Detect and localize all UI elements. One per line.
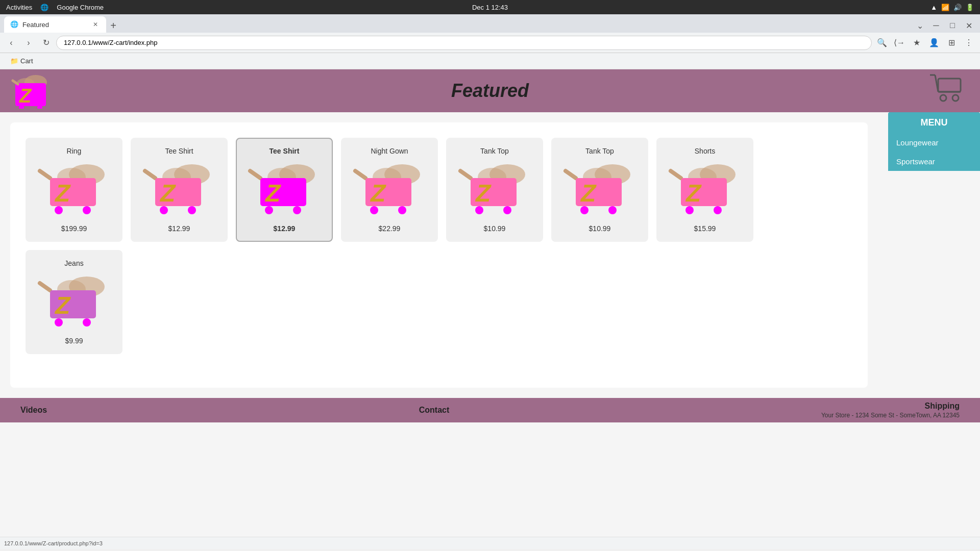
svg-point-47 <box>503 206 511 214</box>
product-card-tanktop1[interactable]: Tank Top Z $10.99 <box>446 138 543 242</box>
product-card-jeans[interactable]: Jeans Z $9.99 <box>26 250 122 354</box>
svg-point-32 <box>265 206 273 214</box>
svg-point-40 <box>398 206 406 214</box>
product-name-jeans: Jeans <box>64 259 83 267</box>
tab-end-controls: ⌄ ─ □ ✕ <box>913 18 976 33</box>
share-icon-btn[interactable]: ⟨→ <box>892 36 906 50</box>
minimize-button[interactable]: ─ <box>929 18 943 33</box>
active-tab[interactable]: 🌐 Featured ✕ <box>4 16 106 33</box>
tab-title: Featured <box>22 21 49 29</box>
product-price-tanktop2: $10.99 <box>589 224 611 233</box>
profile-icon-btn[interactable]: 👤 <box>927 36 941 50</box>
svg-text:Z: Z <box>685 180 702 207</box>
svg-text:Z: Z <box>370 180 386 207</box>
svg-text:Z: Z <box>54 180 71 207</box>
product-name-tee2: Tee Shirt <box>270 147 300 155</box>
bookmark-cart-label: Cart <box>20 57 33 65</box>
menu-sidebar: MENU Loungewear Sportswear <box>888 112 980 171</box>
menu-dots-btn[interactable]: ⋮ <box>962 36 976 50</box>
product-name-ring: Ring <box>67 147 82 155</box>
tab-bar: 🌐 Featured ✕ + ⌄ ─ □ ✕ <box>0 14 980 33</box>
address-bar-row: ‹ › ↻ 🔍 ⟨→ ★ 👤 ⊞ ⋮ <box>0 33 980 53</box>
product-img-tanktop2: Z <box>561 159 638 220</box>
footer-address: Your Store - 1234 Some St - SomeTown, AA… <box>821 412 960 419</box>
svg-point-61 <box>714 206 722 214</box>
product-card-tanktop2[interactable]: Tank Top Z $10.99 <box>551 138 648 242</box>
maximize-button[interactable]: □ <box>945 18 960 33</box>
reload-button[interactable]: ↻ <box>39 36 53 50</box>
os-bar-left: Activities 🌐 Google Chrome <box>6 4 104 11</box>
volume-icon: 🔊 <box>953 4 962 11</box>
chrome-favicon: 🌐 <box>40 4 48 11</box>
svg-rect-9 <box>938 79 961 92</box>
product-card-tee2[interactable]: Tee Shirt Z $12.99 <box>236 138 333 242</box>
svg-line-36 <box>355 171 365 178</box>
search-icon-btn[interactable]: 🔍 <box>875 36 889 50</box>
activities-label[interactable]: Activities <box>6 4 32 11</box>
product-card-shorts[interactable]: Shorts Z $15.99 <box>656 138 753 242</box>
address-input[interactable] <box>56 36 872 50</box>
header-cart-icon[interactable] <box>929 72 965 109</box>
product-card-tee1[interactable]: Tee Shirt Z $12.99 <box>131 138 228 242</box>
svg-point-54 <box>608 206 617 214</box>
product-img-tee2: Z <box>246 159 323 220</box>
site-title: Featured <box>451 80 529 102</box>
product-img-jeans: Z <box>36 271 112 333</box>
product-name-tee1: Tee Shirt <box>165 147 193 155</box>
product-name-nightgown: Night Gown <box>371 147 408 155</box>
product-name-tanktop1: Tank Top <box>480 147 509 155</box>
bookmarks-bar: 📁 Cart <box>0 53 980 69</box>
footer-shipping-link[interactable]: Shipping <box>925 402 960 411</box>
product-price-nightgown: $22.99 <box>379 224 401 233</box>
product-price-jeans: $9.99 <box>65 337 83 345</box>
product-price-tee2: $12.99 <box>274 224 296 233</box>
product-card-nightgown[interactable]: Night Gown Z $22.99 <box>341 138 438 242</box>
bookmark-cart[interactable]: 📁 Cart <box>6 55 37 67</box>
svg-point-68 <box>83 318 91 327</box>
svg-text:Z: Z <box>264 180 281 207</box>
menu-item-sportswear[interactable]: Sportswear <box>888 152 980 171</box>
svg-text:Z: Z <box>159 180 176 207</box>
products-grid: Ring Z $199.99 <box>26 138 852 354</box>
os-bar-center: Dec 1 12:43 <box>472 4 508 11</box>
forward-button[interactable]: › <box>21 36 36 50</box>
status-bar: 127.0.0.1/www/Z-cart/product.php?id=3 <box>0 537 980 549</box>
back-button[interactable]: ‹ <box>4 36 18 50</box>
products-container: Ring Z $199.99 <box>10 122 868 388</box>
svg-point-12 <box>952 95 959 101</box>
svg-point-39 <box>370 206 378 214</box>
product-img-nightgown: Z <box>351 159 428 220</box>
svg-point-18 <box>55 206 63 214</box>
extensions-btn[interactable]: ⊞ <box>944 36 959 50</box>
svg-text:Z: Z <box>54 292 71 319</box>
product-img-ring: Z <box>36 159 112 220</box>
svg-line-29 <box>250 171 260 178</box>
svg-line-50 <box>566 171 576 178</box>
close-window-button[interactable]: ✕ <box>962 18 976 33</box>
chrome-label: Google Chrome <box>57 4 104 11</box>
svg-line-43 <box>460 171 471 178</box>
bookmark-star-btn[interactable]: ★ <box>910 36 924 50</box>
wifi-icon: ▲ <box>930 4 937 11</box>
os-bar-right: ▲ 📶 🔊 🔋 <box>930 4 974 11</box>
svg-line-22 <box>145 171 155 178</box>
footer-contact-link[interactable]: Contact <box>419 406 450 415</box>
svg-point-11 <box>940 95 946 101</box>
svg-line-15 <box>40 171 50 178</box>
menu-header: MENU <box>888 112 980 133</box>
tab-close-button[interactable]: ✕ <box>91 20 100 29</box>
site-logo[interactable]: Z <box>10 73 51 109</box>
footer-videos-link[interactable]: Videos <box>20 406 47 415</box>
svg-line-57 <box>671 171 681 178</box>
svg-text:Z: Z <box>19 85 32 107</box>
product-price-tee1: $12.99 <box>168 224 190 233</box>
product-name-shorts: Shorts <box>695 147 715 155</box>
website-content: Z Featured MENU Loung <box>0 69 980 537</box>
product-price-ring: $199.99 <box>61 224 87 233</box>
menu-item-loungewear[interactable]: Loungewear <box>888 133 980 152</box>
product-card-ring[interactable]: Ring Z $199.99 <box>26 138 122 242</box>
tab-search-button[interactable]: ⌄ <box>913 18 927 33</box>
new-tab-button[interactable]: + <box>106 18 120 33</box>
svg-point-67 <box>55 318 63 327</box>
folder-icon: 📁 <box>10 57 18 65</box>
